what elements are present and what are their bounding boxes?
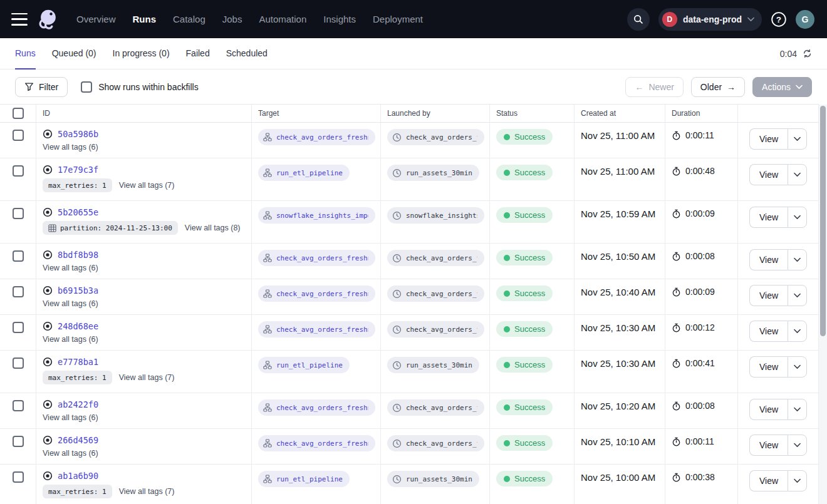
help-button[interactable]: ?	[771, 11, 787, 28]
target-pill[interactable]: check_avg_orders_freshne	[258, 435, 375, 451]
filter-button[interactable]: Filter	[15, 77, 68, 97]
vertical-scrollbar[interactable]	[819, 105, 827, 504]
view-all-tags-link[interactable]: View all tags (6)	[43, 143, 98, 152]
row-checkbox[interactable]	[13, 471, 24, 483]
run-id-link[interactable]: 5b20655e	[58, 207, 98, 217]
view-dropdown-button[interactable]	[788, 470, 807, 491]
nav-item-insights[interactable]: Insights	[323, 14, 356, 24]
launched-by-pill[interactable]: run_assets_30min	[387, 357, 479, 373]
run-id-link[interactable]: b6915b3a	[58, 285, 98, 296]
run-id-link[interactable]: 8bdf8b98	[58, 250, 98, 260]
search-button[interactable]	[627, 8, 650, 31]
newer-button[interactable]: Newer	[625, 77, 683, 97]
view-all-tags-link[interactable]: View all tags (6)	[43, 449, 98, 458]
view-button[interactable]: View	[749, 128, 788, 150]
view-button[interactable]: View	[749, 399, 788, 420]
launched-by-pill[interactable]: run_assets_30min	[387, 471, 479, 487]
scrollbar-thumb[interactable]	[820, 106, 826, 336]
view-dropdown-button[interactable]	[788, 285, 807, 306]
tab-runs[interactable]: Runs	[15, 38, 36, 69]
view-all-tags-link[interactable]: View all tags (6)	[43, 335, 98, 344]
target-pill[interactable]: run_etl_pipeline	[258, 165, 350, 181]
run-id-link[interactable]: 50a5986b	[58, 129, 98, 139]
row-checkbox[interactable]	[13, 165, 24, 177]
row-checkbox[interactable]	[13, 357, 24, 369]
view-all-tags-link[interactable]: View all tags (6)	[43, 413, 98, 422]
target-pill[interactable]: run_etl_pipeline	[258, 357, 350, 373]
backfills-checkbox[interactable]	[81, 81, 92, 93]
view-dropdown-button[interactable]	[788, 435, 807, 456]
view-button[interactable]: View	[749, 470, 788, 491]
run-id-link[interactable]: 248d68ee	[58, 321, 98, 331]
run-id-link[interactable]: e7778ba1	[58, 357, 98, 367]
row-checkbox[interactable]	[13, 250, 24, 262]
run-tag-pill[interactable]: partition: 2024-11-25-13:00	[43, 221, 178, 235]
nav-item-automation[interactable]: Automation	[259, 14, 306, 24]
launched-by-pill[interactable]: run_assets_30min	[387, 165, 479, 181]
tab-queued-0[interactable]: Queued (0)	[52, 38, 96, 69]
view-dropdown-button[interactable]	[788, 164, 807, 185]
row-checkbox[interactable]	[13, 208, 24, 219]
target-pill[interactable]: check_avg_orders_freshne	[258, 250, 375, 266]
user-avatar[interactable]: G	[796, 10, 814, 29]
launched-by-pill[interactable]: check_avg_orders_f…	[387, 285, 484, 302]
launched-by-pill[interactable]: check_avg_orders_f…	[387, 435, 484, 451]
view-dropdown-button[interactable]	[788, 128, 807, 150]
view-button[interactable]: View	[749, 321, 788, 342]
launched-by-pill[interactable]: check_avg_orders_f…	[387, 250, 484, 266]
target-pill[interactable]: check_avg_orders_freshne	[258, 129, 375, 145]
run-id-link[interactable]: ab1a6b90	[58, 471, 98, 481]
view-button[interactable]: View	[749, 164, 788, 185]
row-checkbox[interactable]	[13, 286, 24, 297]
run-tag-pill[interactable]: max_retries: 1	[43, 178, 112, 192]
target-pill[interactable]: snowflake_insights_import	[258, 207, 375, 224]
launched-by-pill[interactable]: check_avg_orders_f…	[387, 399, 484, 416]
row-checkbox[interactable]	[13, 130, 24, 141]
launched-by-pill[interactable]: check_avg_orders_f…	[387, 321, 484, 337]
nav-item-catalog[interactable]: Catalog	[173, 14, 205, 24]
row-checkbox[interactable]	[13, 400, 24, 411]
select-all-checkbox[interactable]	[13, 108, 24, 119]
view-all-tags-link[interactable]: View all tags (6)	[43, 264, 98, 272]
view-dropdown-button[interactable]	[788, 356, 807, 378]
deployment-switcher[interactable]: D data-eng-prod	[658, 8, 762, 31]
run-tag-pill[interactable]: max_retries: 1	[43, 485, 112, 498]
view-all-tags-link[interactable]: View all tags (7)	[119, 373, 175, 382]
run-id-link[interactable]: 17e79c3f	[58, 165, 98, 175]
nav-item-overview[interactable]: Overview	[76, 14, 116, 24]
launched-by-pill[interactable]: snowflake_insights_…	[387, 207, 484, 224]
view-all-tags-link[interactable]: View all tags (7)	[119, 487, 175, 496]
view-dropdown-button[interactable]	[788, 399, 807, 420]
row-checkbox[interactable]	[13, 322, 24, 333]
refresh-icon[interactable]	[803, 49, 812, 58]
view-button[interactable]: View	[749, 249, 788, 270]
view-dropdown-button[interactable]	[788, 207, 807, 228]
target-pill[interactable]: check_avg_orders_freshne	[258, 399, 375, 416]
menu-icon[interactable]	[11, 13, 28, 26]
nav-item-jobs[interactable]: Jobs	[222, 14, 242, 24]
view-button[interactable]: View	[749, 356, 788, 378]
view-all-tags-link[interactable]: View all tags (8)	[185, 224, 241, 232]
nav-item-deployment[interactable]: Deployment	[373, 14, 423, 24]
view-button[interactable]: View	[749, 435, 788, 456]
tab-failed[interactable]: Failed	[186, 38, 210, 69]
tab-scheduled[interactable]: Scheduled	[226, 38, 268, 69]
actions-button[interactable]: Actions	[752, 77, 812, 97]
run-tag-pill[interactable]: max_retries: 1	[43, 371, 112, 384]
tab-in-progress-0[interactable]: In progress (0)	[113, 38, 170, 69]
view-button[interactable]: View	[749, 285, 788, 306]
view-dropdown-button[interactable]	[788, 321, 807, 342]
nav-item-runs[interactable]: Runs	[133, 14, 157, 24]
target-pill[interactable]: run_etl_pipeline	[258, 471, 350, 487]
row-checkbox[interactable]	[13, 436, 24, 447]
run-id-link[interactable]: 266d4569	[58, 435, 98, 445]
dagster-logo-icon[interactable]	[35, 7, 60, 32]
launched-by-pill[interactable]: check_avg_orders_f…	[387, 129, 484, 145]
target-pill[interactable]: check_avg_orders_freshne	[258, 321, 375, 337]
target-pill[interactable]: check_avg_orders_freshne	[258, 285, 375, 302]
view-button[interactable]: View	[749, 207, 788, 228]
older-button[interactable]: Older	[691, 77, 745, 97]
view-all-tags-link[interactable]: View all tags (7)	[119, 181, 175, 190]
view-all-tags-link[interactable]: View all tags (6)	[43, 299, 98, 308]
run-id-link[interactable]: ab2422f0	[58, 399, 98, 409]
